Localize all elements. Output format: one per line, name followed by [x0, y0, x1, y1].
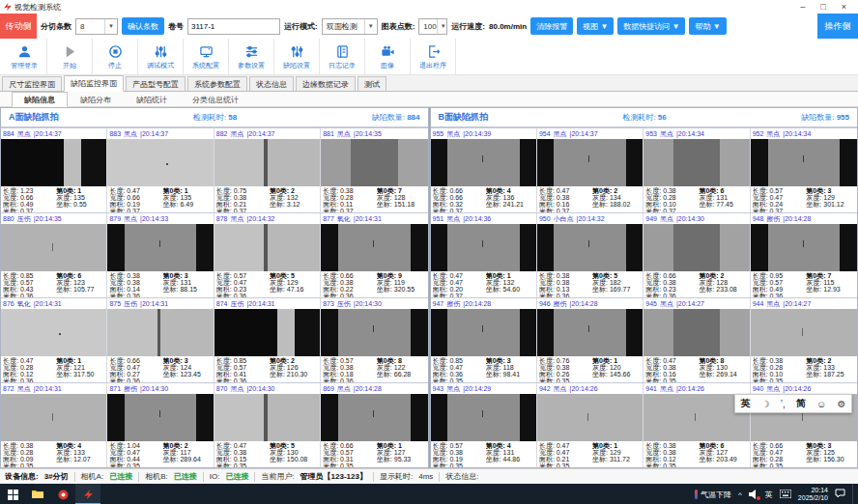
- defect-image: [431, 224, 536, 271]
- data-quick-access-menu-button[interactable]: 数据快捷访问 ▼: [617, 17, 685, 35]
- file-explorer-icon[interactable]: [25, 484, 50, 504]
- tab-测试[interactable]: 测试: [358, 76, 386, 91]
- tab-状态信息[interactable]: 状态信息: [249, 76, 294, 91]
- defect-card[interactable]: 943黑点|20:14:29长度: 0.57宽度: 0.38面积: 0.19米数…: [431, 382, 537, 467]
- defect-metrics: 长度: 0.85宽度: 0.47面积: 0.36米数: 0.35: [433, 357, 486, 382]
- defect-card[interactable]: 947擦伤|20:14:28长度: 0.85宽度: 0.47面积: 0.36米数…: [431, 297, 537, 382]
- defect-card[interactable]: 870黑点|20:14:30长度: 0.47宽度: 0.38面积: 0.15米数…: [214, 382, 321, 467]
- tab-产品型号配置[interactable]: 产品型号配置: [126, 76, 186, 91]
- defect-card[interactable]: 877氧化|20:14:31长度: 0.66宽度: 0.38面积: 0.22米数…: [321, 212, 427, 297]
- settings-gear-icon[interactable]: ⚙: [837, 399, 845, 409]
- browser-app-icon[interactable]: [50, 484, 75, 504]
- metric-row: 面积: 0.44: [109, 456, 162, 462]
- metric-row: 宽度: 0.47: [753, 449, 807, 456]
- subtab-分类信息统计[interactable]: 分类信息统计: [180, 93, 251, 106]
- toolbar-button-图像[interactable]: 图像: [365, 39, 411, 74]
- drive-side-button[interactable]: 传动侧: [0, 14, 37, 39]
- emoji-icon[interactable]: ☺: [816, 399, 826, 409]
- toolbar-button-日志记录[interactable]: 日志记录: [320, 39, 365, 74]
- operator-side-button[interactable]: 操作侧: [817, 14, 858, 39]
- show-desktop-button[interactable]: [852, 484, 855, 504]
- moon-icon[interactable]: ☽: [761, 399, 770, 409]
- touch-keyboard-icon[interactable]: [780, 490, 791, 500]
- defect-card[interactable]: 955黑点|20:14:39长度: 0.66宽度: 0.66面积: 0.32米数…: [431, 127, 537, 212]
- roll-number-input[interactable]: [187, 18, 280, 35]
- chart-points-select[interactable]: 100 ▼: [418, 18, 447, 35]
- notification-center-icon[interactable]: [835, 489, 845, 500]
- toolbar-button-管理登录[interactable]: 管理登录: [2, 39, 47, 74]
- defect-card[interactable]: 945黑点|20:14:27长度: 0.47宽度: 0.38面积: 0.16米数…: [644, 297, 750, 382]
- defect-card[interactable]: 872黑点|20:14:31长度: 0.38宽度: 0.28面积: 0.09米数…: [1, 382, 107, 467]
- confirm-count-button[interactable]: 确认条数: [122, 17, 164, 35]
- defect-card[interactable]: 944黑点|20:14:27长度: 0.38宽度: 0.28面积: 0.10米数…: [751, 297, 857, 382]
- defect-details: 长度: 0.38宽度: 0.38面积: 0.14米数: 0.36第0类: 3灰度…: [107, 271, 213, 297]
- start-button[interactable]: [0, 484, 25, 504]
- defect-card[interactable]: 942黑点|20:14:26长度: 0.47宽度: 0.47面积: 0.21米数…: [537, 382, 644, 467]
- defect-card[interactable]: 880压伤|20:14:35长度: 0.85宽度: 0.57面积: 0.43米数…: [1, 212, 107, 297]
- weather-widget[interactable]: 气温下降: [695, 490, 731, 500]
- defect-card[interactable]: 952黑点|20:14:34长度: 0.57宽度: 0.47面积: 0.24米数…: [751, 127, 857, 212]
- defect-card[interactable]: 954黑点|20:14:37长度: 0.47宽度: 0.38面积: 0.16米数…: [537, 127, 644, 212]
- tab-边缘数据记录[interactable]: 边缘数据记录: [296, 76, 356, 91]
- defect-card[interactable]: 869黑点|20:14:28长度: 0.66宽度: 0.57面积: 0.31米数…: [321, 382, 427, 467]
- defect-details: 长度: 0.57宽度: 0.47面积: 0.23米数: 0.36第0类: 5灰度…: [214, 271, 320, 297]
- defect-card[interactable]: 884黑点|20:14:37长度: 1.23宽度: 0.66面积: 0.49米数…: [1, 127, 107, 212]
- defect-details: 长度: 0.66宽度: 0.66面积: 0.32米数: 0.37第0类: 4灰度…: [431, 186, 536, 212]
- subtab-缺陷分布[interactable]: 缺陷分布: [68, 93, 124, 106]
- ime-language-indicator[interactable]: 英: [765, 490, 773, 500]
- tab-缺陷监控界面[interactable]: 缺陷监控界面: [64, 75, 124, 92]
- defect-card[interactable]: 879黑点|20:14:33长度: 0.38宽度: 0.38面积: 0.14米数…: [107, 212, 214, 297]
- tab-尺寸监控界面[interactable]: 尺寸监控界面: [2, 76, 62, 91]
- run-mode-select[interactable]: 双面检测 ▼: [322, 18, 378, 35]
- toolbar-button-调试模式[interactable]: 调试模式: [138, 39, 184, 74]
- toolbar-button-参数设置[interactable]: 参数设置: [229, 39, 274, 74]
- device-info-value: 3#分切: [44, 471, 69, 482]
- view-menu-button[interactable]: 视图 ▼: [577, 17, 614, 35]
- defect-details: 长度: 0.38宽度: 0.38面积: 0.12米数: 0.35第0类: 6灰度…: [644, 441, 749, 467]
- defect-class-info: 第0类: 1灰度: 129坐标: 311.72: [592, 442, 641, 467]
- defect-card[interactable]: 882黑点|20:14:37长度: 0.75宽度: 0.38面积: 0.21米数…: [214, 127, 321, 212]
- subtab-缺陷信息[interactable]: 缺陷信息: [12, 92, 68, 107]
- minimize-button[interactable]: –: [800, 2, 805, 12]
- metric-row: 面积: 0.43: [3, 286, 56, 293]
- tray-expand-caret[interactable]: ^: [738, 490, 742, 499]
- defect-details: 长度: 0.95宽度: 0.57面积: 0.49米数: 0.36第0类: 7灰度…: [751, 271, 857, 297]
- defect-card[interactable]: 875压伤|20:14:31长度: 0.66宽度: 0.47面积: 0.27米数…: [107, 297, 214, 382]
- ime-simplified-toggle[interactable]: 简: [796, 397, 806, 410]
- split-count-select[interactable]: 8 ▼: [75, 18, 118, 35]
- defect-details: 长度: 0.47宽度: 0.47面积: 0.21米数: 0.35第0类: 1灰度…: [537, 441, 643, 467]
- metric-row: 宽度: 0.66: [433, 194, 486, 201]
- defect-card[interactable]: 950小白点|20:14:32长度: 0.38宽度: 0.38面积: 0.13米…: [537, 212, 644, 297]
- defect-card[interactable]: 951黑点|20:14:36长度: 0.47宽度: 0.47面积: 0.20米数…: [431, 212, 537, 297]
- clear-alarm-button[interactable]: 清除报警: [530, 17, 573, 35]
- defect-card[interactable]: 948擦伤|20:14:28长度: 0.95宽度: 0.57面积: 0.49米数…: [751, 212, 857, 297]
- toolbar-button-开始[interactable]: 开始: [47, 39, 93, 74]
- defect-card[interactable]: 949黑点|20:14:30长度: 0.66宽度: 0.38面积: 0.23米数…: [644, 212, 750, 297]
- inspection-app-icon[interactable]: [75, 484, 100, 504]
- volume-icon[interactable]: [749, 490, 758, 499]
- maximize-button[interactable]: □: [820, 2, 825, 12]
- taskbar-clock[interactable]: 20:14 2025/2/10: [798, 487, 828, 502]
- defect-card[interactable]: 946擦伤|20:14:28长度: 0.76宽度: 0.38面积: 0.26米数…: [537, 297, 644, 382]
- metric-row: 面积: 0.27: [109, 371, 162, 378]
- toolbar-button-系统配置[interactable]: 系统配置: [184, 39, 229, 74]
- defect-class: 第0类: 5: [270, 442, 318, 449]
- tab-系统参数配置[interactable]: 系统参数配置: [187, 76, 247, 91]
- defect-card[interactable]: 883黑点|20:14:37长度: 0.47宽度: 0.66面积: 0.19米数…: [107, 127, 214, 212]
- ime-lang-toggle[interactable]: 英: [741, 397, 751, 410]
- defect-card[interactable]: 953黑点|20:14:34长度: 0.38宽度: 0.28面积: 0.10米数…: [644, 127, 750, 212]
- defect-card[interactable]: 873压伤|20:14:30长度: 0.57宽度: 0.38面积: 0.18米数…: [321, 297, 427, 382]
- defect-card[interactable]: 871擦伤|20:14:30长度: 1.04宽度: 0.47面积: 0.44米数…: [107, 382, 214, 467]
- toolbar-button-退出程序[interactable]: 退出程序: [411, 39, 456, 74]
- help-menu-button[interactable]: 帮助 ▼: [689, 17, 726, 35]
- close-button[interactable]: ×: [842, 2, 846, 12]
- defect-metrics: 长度: 1.23宽度: 0.66面积: 0.49米数: 0.37: [3, 187, 56, 212]
- defect-card[interactable]: 881黑点|20:14:35长度: 0.38宽度: 0.28面积: 0.11米数…: [321, 127, 427, 212]
- defect-card[interactable]: 878黑点|20:14:32长度: 0.57宽度: 0.47面积: 0.23米数…: [214, 212, 321, 297]
- subtab-缺陷统计[interactable]: 缺陷统计: [124, 93, 180, 106]
- punctuation-icon[interactable]: ’,: [781, 399, 786, 409]
- toolbar-button-缺陷设置[interactable]: 缺陷设置: [274, 39, 320, 74]
- toolbar-button-停止[interactable]: 停止: [93, 39, 138, 74]
- defect-card[interactable]: 876氧化|20:14:31长度: 0.47宽度: 0.28面积: 0.12米数…: [1, 297, 107, 382]
- defect-card[interactable]: 874压伤|20:14:31长度: 0.85宽度: 0.57面积: 0.41米数…: [214, 297, 321, 382]
